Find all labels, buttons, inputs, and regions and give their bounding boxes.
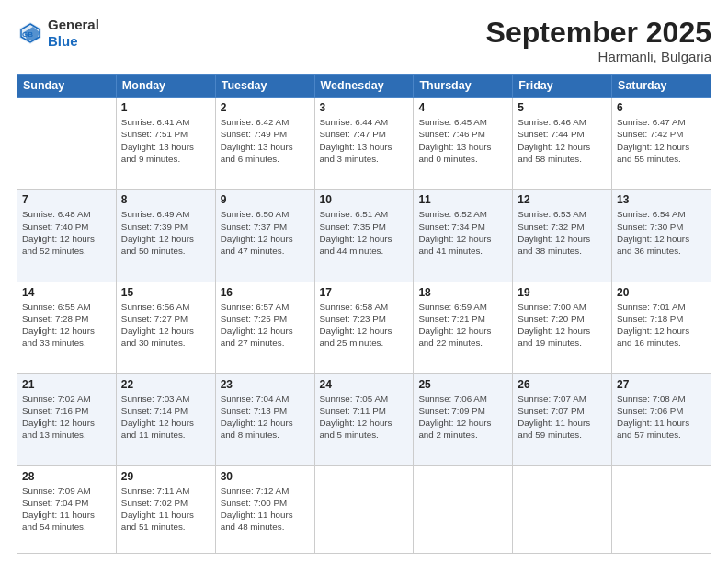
daylight-hours: Daylight: 12 hours — [22, 325, 111, 337]
day-number: 11 — [418, 193, 507, 206]
col-sunday: Sunday — [17, 75, 117, 98]
sunrise-text: Sunrise: 6:52 AM — [418, 208, 507, 220]
table-row: 6Sunrise: 6:47 AMSunset: 7:42 PMDaylight… — [612, 98, 711, 190]
daylight-minutes: and 2 minutes. — [418, 429, 507, 441]
daylight-hours: Daylight: 11 hours — [518, 417, 607, 429]
sunrise-text: Sunrise: 6:41 AM — [121, 116, 210, 128]
calendar-week-row: 7Sunrise: 6:48 AMSunset: 7:40 PMDaylight… — [17, 190, 711, 282]
day-number: 14 — [22, 286, 111, 299]
sunset-text: Sunset: 7:34 PM — [418, 221, 507, 233]
table-row: 13Sunrise: 6:54 AMSunset: 7:30 PMDayligh… — [612, 190, 711, 282]
sunrise-text: Sunrise: 6:44 AM — [320, 116, 409, 128]
daylight-hours: Daylight: 12 hours — [121, 325, 210, 337]
daylight-hours: Daylight: 12 hours — [221, 233, 310, 245]
table-row — [414, 465, 513, 553]
table-row: 9Sunrise: 6:50 AMSunset: 7:37 PMDaylight… — [215, 190, 314, 282]
sunrise-text: Sunrise: 7:05 AM — [320, 393, 409, 405]
col-saturday: Saturday — [612, 75, 711, 98]
sunset-text: Sunset: 7:42 PM — [617, 128, 706, 140]
day-number: 9 — [221, 193, 310, 206]
daylight-minutes: and 33 minutes. — [22, 337, 111, 349]
table-row: 30Sunrise: 7:12 AMSunset: 7:00 PMDayligh… — [215, 465, 314, 553]
sunset-text: Sunset: 7:13 PM — [221, 405, 310, 417]
day-number: 2 — [221, 101, 310, 114]
daylight-minutes: and 3 minutes. — [320, 153, 409, 165]
daylight-minutes: and 54 minutes. — [22, 521, 111, 533]
daylight-minutes: and 52 minutes. — [22, 245, 111, 257]
day-number: 24 — [320, 378, 409, 391]
daylight-hours: Daylight: 12 hours — [617, 325, 706, 337]
sunset-text: Sunset: 7:40 PM — [22, 221, 111, 233]
daylight-hours: Daylight: 12 hours — [518, 325, 607, 337]
sunrise-text: Sunrise: 6:42 AM — [221, 116, 310, 128]
daylight-minutes: and 6 minutes. — [221, 153, 310, 165]
sunset-text: Sunset: 7:44 PM — [518, 128, 607, 140]
sunrise-text: Sunrise: 7:06 AM — [418, 393, 507, 405]
daylight-minutes: and 38 minutes. — [518, 245, 607, 257]
daylight-hours: Daylight: 12 hours — [121, 417, 210, 429]
table-row: 21Sunrise: 7:02 AMSunset: 7:16 PMDayligh… — [17, 373, 117, 465]
col-tuesday: Tuesday — [215, 75, 314, 98]
daylight-minutes: and 51 minutes. — [121, 521, 210, 533]
day-number: 23 — [221, 378, 310, 391]
day-number: 30 — [221, 470, 310, 483]
sunset-text: Sunset: 7:27 PM — [121, 313, 210, 325]
table-row: 22Sunrise: 7:03 AMSunset: 7:14 PMDayligh… — [116, 373, 215, 465]
sunrise-text: Sunrise: 7:09 AM — [22, 485, 111, 497]
col-wednesday: Wednesday — [314, 75, 414, 98]
daylight-minutes: and 25 minutes. — [320, 337, 409, 349]
sunset-text: Sunset: 7:02 PM — [121, 497, 210, 509]
sunset-text: Sunset: 7:51 PM — [121, 128, 210, 140]
calendar-header-row: Sunday Monday Tuesday Wednesday Thursday… — [17, 75, 711, 98]
table-row: 3Sunrise: 6:44 AMSunset: 7:47 PMDaylight… — [314, 98, 414, 190]
sunrise-text: Sunrise: 6:45 AM — [418, 116, 507, 128]
calendar-week-row: 14Sunrise: 6:55 AMSunset: 7:28 PMDayligh… — [17, 282, 711, 373]
daylight-hours: Daylight: 12 hours — [221, 325, 310, 337]
sunset-text: Sunset: 7:28 PM — [22, 313, 111, 325]
sunrise-text: Sunrise: 7:07 AM — [518, 393, 607, 405]
table-row: 2Sunrise: 6:42 AMSunset: 7:49 PMDaylight… — [215, 98, 314, 190]
daylight-minutes: and 59 minutes. — [518, 429, 607, 441]
daylight-minutes: and 50 minutes. — [121, 245, 210, 257]
daylight-minutes: and 57 minutes. — [617, 429, 706, 441]
day-number: 22 — [121, 378, 210, 391]
table-row — [314, 465, 414, 553]
sunset-text: Sunset: 7:11 PM — [320, 405, 409, 417]
daylight-hours: Daylight: 11 hours — [22, 509, 111, 521]
daylight-hours: Daylight: 13 hours — [221, 141, 310, 153]
day-number: 1 — [121, 101, 210, 114]
sunrise-text: Sunrise: 6:53 AM — [518, 208, 607, 220]
table-row: 20Sunrise: 7:01 AMSunset: 7:18 PMDayligh… — [612, 282, 711, 373]
sunrise-text: Sunrise: 6:55 AM — [22, 301, 111, 313]
calendar-week-row: 21Sunrise: 7:02 AMSunset: 7:16 PMDayligh… — [17, 373, 711, 465]
day-number: 16 — [221, 286, 310, 299]
header: GB General Blue September 2025 Harmanli,… — [17, 17, 711, 64]
daylight-minutes: and 30 minutes. — [121, 337, 210, 349]
daylight-hours: Daylight: 12 hours — [418, 417, 507, 429]
table-row: 10Sunrise: 6:51 AMSunset: 7:35 PMDayligh… — [314, 190, 414, 282]
day-number: 28 — [22, 470, 111, 483]
sunset-text: Sunset: 7:49 PM — [221, 128, 310, 140]
sunrise-text: Sunrise: 6:46 AM — [518, 116, 607, 128]
day-number: 21 — [22, 378, 111, 391]
sunrise-text: Sunrise: 7:01 AM — [617, 301, 706, 313]
daylight-hours: Daylight: 12 hours — [320, 233, 409, 245]
table-row: 15Sunrise: 6:56 AMSunset: 7:27 PMDayligh… — [116, 282, 215, 373]
table-row: 16Sunrise: 6:57 AMSunset: 7:25 PMDayligh… — [215, 282, 314, 373]
table-row: 8Sunrise: 6:49 AMSunset: 7:39 PMDaylight… — [116, 190, 215, 282]
sunrise-text: Sunrise: 6:56 AM — [121, 301, 210, 313]
sunset-text: Sunset: 7:35 PM — [320, 221, 409, 233]
daylight-hours: Daylight: 12 hours — [518, 141, 607, 153]
sunrise-text: Sunrise: 7:02 AM — [22, 393, 111, 405]
sunset-text: Sunset: 7:32 PM — [518, 221, 607, 233]
sunset-text: Sunset: 7:20 PM — [518, 313, 607, 325]
table-row — [612, 465, 711, 553]
daylight-hours: Daylight: 12 hours — [320, 417, 409, 429]
page: GB General Blue September 2025 Harmanli,… — [0, 0, 728, 563]
daylight-hours: Daylight: 12 hours — [617, 233, 706, 245]
logo-general-text: General — [48, 17, 99, 32]
sunrise-text: Sunrise: 6:48 AM — [22, 208, 111, 220]
daylight-hours: Daylight: 13 hours — [418, 141, 507, 153]
sunrise-text: Sunrise: 6:59 AM — [418, 301, 507, 313]
sunrise-text: Sunrise: 7:08 AM — [617, 393, 706, 405]
